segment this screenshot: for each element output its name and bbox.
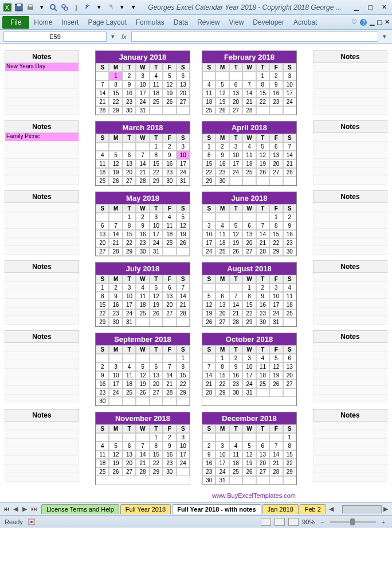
day-cell[interactable]: 24 — [109, 388, 122, 397]
day-cell[interactable] — [229, 213, 242, 221]
day-cell[interactable]: 18 — [136, 301, 149, 309]
day-cell[interactable] — [215, 283, 229, 292]
day-cell[interactable]: 27 — [242, 247, 256, 256]
day-cell[interactable]: 30 — [229, 388, 242, 397]
day-cell[interactable]: 8 — [256, 80, 269, 89]
tab-nav-next-icon[interactable]: ▶ — [21, 505, 29, 513]
day-cell[interactable]: 25 — [229, 467, 242, 476]
note-cell[interactable] — [313, 473, 387, 482]
day-cell[interactable]: 16 — [136, 230, 149, 239]
day-cell[interactable]: 6 — [283, 354, 296, 362]
day-cell[interactable]: 29 — [123, 247, 136, 256]
day-cell[interactable]: 24 — [202, 247, 215, 256]
day-cell[interactable]: 26 — [150, 309, 163, 318]
day-cell[interactable]: 25 — [123, 388, 136, 397]
day-cell[interactable]: 7 — [269, 442, 283, 450]
namebox-dropdown-icon[interactable]: ▾ — [109, 33, 117, 40]
day-cell[interactable]: 12 — [242, 450, 256, 459]
macro-record-icon[interactable] — [28, 518, 36, 526]
day-cell[interactable] — [96, 213, 109, 221]
sheet-tab-feb[interactable]: Feb 2 — [300, 504, 326, 514]
day-cell[interactable]: 21 — [256, 239, 269, 247]
day-cell[interactable]: 29 — [96, 318, 109, 326]
day-cell[interactable]: 30 — [123, 106, 136, 115]
day-cell[interactable]: 18 — [215, 239, 229, 247]
day-cell[interactable]: 9 — [123, 80, 136, 89]
day-cell[interactable]: 28 — [242, 106, 256, 115]
day-cell[interactable]: 30 — [202, 476, 215, 485]
day-cell[interactable]: 12 — [177, 221, 190, 230]
day-cell[interactable]: 28 — [177, 309, 190, 318]
note-cell[interactable] — [5, 473, 79, 482]
note-cell[interactable] — [313, 150, 387, 159]
ribbon-minimize-icon[interactable]: ▁ — [370, 18, 374, 26]
day-cell[interactable]: 3 — [177, 142, 190, 151]
day-cell[interactable]: 25 — [256, 380, 269, 388]
day-cell[interactable]: 6 — [242, 221, 256, 230]
day-cell[interactable] — [96, 433, 109, 442]
day-cell[interactable]: 17 — [242, 371, 256, 380]
day-cell[interactable]: 20 — [177, 89, 190, 98]
day-cell[interactable]: 30 — [163, 467, 176, 476]
day-cell[interactable]: 8 — [202, 151, 215, 159]
day-cell[interactable]: 14 — [136, 159, 149, 168]
day-cell[interactable]: 10 — [150, 221, 163, 230]
day-cell[interactable]: 29 — [202, 177, 215, 185]
day-cell[interactable]: 9 — [163, 442, 176, 450]
note-cell[interactable] — [5, 447, 79, 456]
day-cell[interactable] — [177, 318, 190, 326]
day-cell[interactable]: 9 — [109, 292, 122, 301]
day-cell[interactable]: 11 — [96, 159, 109, 168]
note-cell[interactable] — [313, 229, 387, 237]
day-cell[interactable]: 8 — [215, 362, 229, 371]
day-cell[interactable] — [202, 433, 215, 442]
day-cell[interactable] — [202, 354, 215, 362]
day-cell[interactable]: 19 — [269, 371, 283, 380]
ribbon-close-icon[interactable]: ✕ — [385, 18, 390, 26]
day-cell[interactable]: 12 — [215, 89, 229, 98]
day-cell[interactable]: 18 — [96, 459, 109, 467]
day-cell[interactable]: 1 — [283, 433, 296, 442]
day-cell[interactable]: 30 — [283, 247, 296, 256]
note-cell[interactable] — [313, 447, 387, 456]
day-cell[interactable]: 5 — [242, 442, 256, 450]
day-cell[interactable]: 18 — [123, 380, 136, 388]
note-cell[interactable] — [313, 72, 387, 80]
minimize-icon[interactable]: ▁ — [351, 3, 362, 12]
ribbon-tab-view[interactable]: View — [225, 16, 249, 29]
day-cell[interactable]: 28 — [163, 388, 176, 397]
note-cell[interactable] — [5, 176, 79, 185]
day-cell[interactable]: 28 — [229, 318, 242, 326]
day-cell[interactable]: 22 — [202, 168, 215, 177]
day-cell[interactable]: 28 — [269, 467, 283, 476]
note-cell[interactable] — [313, 299, 387, 307]
day-cell[interactable]: 21 — [229, 309, 242, 318]
day-cell[interactable]: 30 — [96, 397, 109, 405]
day-cell[interactable]: 22 — [177, 380, 190, 388]
day-cell[interactable]: 31 — [242, 388, 256, 397]
day-cell[interactable]: 2 — [163, 142, 176, 151]
day-cell[interactable]: 25 — [242, 168, 256, 177]
day-cell[interactable]: 19 — [136, 380, 149, 388]
day-cell[interactable] — [256, 433, 269, 442]
day-cell[interactable] — [229, 283, 242, 292]
day-cell[interactable]: 4 — [96, 151, 109, 159]
day-cell[interactable]: 3 — [202, 221, 215, 230]
day-cell[interactable]: 13 — [256, 450, 269, 459]
day-cell[interactable] — [256, 177, 269, 185]
day-cell[interactable]: 27 — [123, 177, 136, 185]
day-cell[interactable]: 28 — [202, 388, 215, 397]
note-cell[interactable] — [313, 98, 387, 106]
day-cell[interactable]: 24 — [242, 380, 256, 388]
note-cell[interactable] — [313, 316, 387, 325]
formula-input[interactable] — [131, 32, 378, 42]
note-cell[interactable] — [313, 395, 387, 403]
day-cell[interactable]: 26 — [242, 467, 256, 476]
day-cell[interactable]: 8 — [177, 362, 190, 371]
day-cell[interactable]: 23 — [269, 98, 283, 106]
day-cell[interactable] — [256, 106, 269, 115]
note-cell[interactable] — [313, 307, 387, 316]
note-cell[interactable] — [5, 456, 79, 465]
day-cell[interactable]: 24 — [283, 98, 296, 106]
day-cell[interactable] — [123, 433, 136, 442]
